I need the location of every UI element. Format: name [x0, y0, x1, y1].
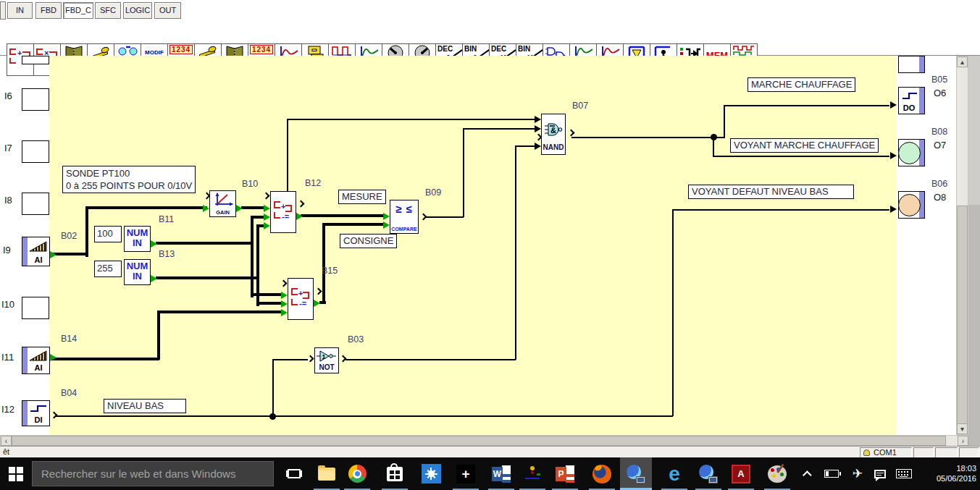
- tab-sfc[interactable]: SFC: [95, 2, 121, 19]
- input-block-i7[interactable]: [22, 140, 49, 163]
- taskbar-word[interactable]: W: [485, 457, 517, 490]
- block-type-label: NOT: [315, 363, 338, 371]
- taskbar-acrobat[interactable]: A: [725, 457, 757, 490]
- taskbar-settings[interactable]: [415, 457, 447, 490]
- taskbar-powerpoint[interactable]: P: [549, 457, 581, 490]
- tray-notifications-button[interactable]: [869, 457, 891, 490]
- num-const-value-b11[interactable]: 100: [94, 226, 122, 242]
- svg-text:-=: -=: [282, 212, 289, 221]
- digital-output-block-o6[interactable]: DO: [898, 87, 925, 114]
- tab-row: IN FBD FBD_C SFC LOGIC OUT: [0, 0, 980, 22]
- taskbar-plc-tool[interactable]: [516, 457, 548, 490]
- connector-arrow: [151, 275, 157, 282]
- num-in-block-b13[interactable]: NUMIN: [124, 259, 151, 285]
- taskbar-millenium[interactable]: [692, 457, 724, 490]
- task-view-button[interactable]: [278, 457, 310, 490]
- taskbar-paint[interactable]: [761, 457, 793, 490]
- horizontal-scrollbar[interactable]: ‹ ›: [0, 435, 968, 447]
- analog-input-block-i9[interactable]: AI: [22, 237, 50, 266]
- com-port-cell: COM1: [860, 447, 912, 457]
- input-block-i6[interactable]: [22, 88, 49, 111]
- file-explorer-icon: [318, 468, 335, 481]
- connector-arrow: [535, 125, 541, 132]
- status-cell: [959, 447, 979, 457]
- tray-battery-button[interactable]: [821, 457, 842, 490]
- wire: [322, 223, 325, 303]
- comment-box-voyant-marche[interactable]: VOYANT MARCHE CHAUFFAGE: [730, 138, 879, 153]
- taskbar-windows-store[interactable]: [379, 457, 411, 490]
- horizontal-scroll-thumb[interactable]: [12, 436, 946, 446]
- input-label: I10: [1, 299, 14, 310]
- gain-block[interactable]: GAIN: [209, 190, 236, 217]
- svg-text:+: +: [281, 202, 285, 211]
- plus-tile-icon: +: [456, 465, 475, 483]
- timer-pulse-icon: [331, 45, 353, 56]
- output-label: O7: [934, 140, 946, 151]
- lamp-output-block-o8[interactable]: [898, 191, 925, 219]
- clock-date: 05/06/2016: [918, 473, 976, 483]
- sum-block-b15[interactable]: + -=: [288, 278, 314, 320]
- num-const-value-b13[interactable]: 255: [94, 261, 122, 277]
- lamp-output-block-o7[interactable]: [898, 139, 925, 166]
- tray-airplane-button[interactable]: ✈: [847, 457, 868, 490]
- taskbar-clock[interactable]: 18:03 05/06/2016: [918, 457, 976, 490]
- compare-glyphs: ≥ ≤: [390, 203, 418, 215]
- block-id-label: B13: [159, 249, 175, 259]
- toolbar-row: + = × = ARCHIVE: [0, 22, 980, 56]
- comment-box-sonde[interactable]: SONDE PT100 0 à 255 POINTS POUR 0/10V: [62, 166, 196, 193]
- start-button[interactable]: [0, 457, 32, 490]
- analog-input-block-i11[interactable]: AI: [22, 347, 50, 374]
- not-block-b03[interactable]: 1 NOT: [314, 347, 339, 373]
- scroll-left-button[interactable]: ‹: [1, 436, 12, 446]
- tab-in[interactable]: IN: [7, 2, 33, 19]
- vertical-scrollbar[interactable]: ▴ ▾: [956, 56, 968, 435]
- comment-box-voyant-defaut[interactable]: VOYANT DEFAUT NIVEAU BAS: [688, 185, 854, 199]
- wire-junction: [711, 134, 717, 140]
- comment-line: SONDE PT100: [66, 167, 192, 179]
- scroll-right-button[interactable]: ›: [958, 436, 968, 446]
- wire: [724, 105, 889, 106]
- output-block-partial[interactable]: [898, 56, 925, 73]
- tray-chevron-button[interactable]: [797, 457, 819, 490]
- wire: [713, 156, 889, 157]
- compare-block-b09[interactable]: ≥ ≤ COMPARE: [390, 200, 419, 234]
- comment-box-mesure[interactable]: MESURE: [338, 190, 386, 204]
- block-id-label: B06: [931, 179, 947, 189]
- connector-arrow: [383, 221, 390, 229]
- tab-fbd-c[interactable]: FBD_C: [63, 2, 93, 19]
- taskbar-firefox[interactable]: [586, 457, 618, 490]
- taskbar-chrome[interactable]: [341, 457, 373, 490]
- output-label: O8: [934, 192, 946, 203]
- input-block-i8[interactable]: [22, 193, 49, 215]
- sum-icon: + -=: [273, 200, 293, 224]
- num-in-block-b11[interactable]: NUMIN: [124, 226, 151, 252]
- scroll-up-button[interactable]: ▴: [957, 56, 968, 67]
- taskbar-file-explorer[interactable]: [311, 457, 343, 490]
- input-block-partial[interactable]: [22, 56, 49, 64]
- wire: [51, 358, 159, 360]
- scroll-down-button[interactable]: ▾: [957, 423, 968, 434]
- input-block-i10[interactable]: [22, 297, 49, 319]
- terminal-stripe: [22, 237, 28, 266]
- status-left-text: êt: [3, 447, 9, 456]
- taskbar-new-tile[interactable]: +: [450, 457, 482, 490]
- comment-box-marche[interactable]: MARCHE CHAUFFAGE: [747, 77, 855, 92]
- search-input[interactable]: [32, 461, 274, 486]
- comment-box-consigne[interactable]: CONSIGNE: [340, 234, 397, 248]
- vertical-scroll-thumb[interactable]: [957, 206, 968, 424]
- plug-icon: [863, 449, 870, 456]
- comment-box-niveau-bas[interactable]: NIVEAU BAS: [104, 399, 186, 413]
- digital-input-block-i12[interactable]: DI: [22, 400, 50, 426]
- fbd-canvas[interactable]: [49, 56, 896, 435]
- taskbar-edge[interactable]: e: [658, 457, 690, 490]
- tray-keyboard-button[interactable]: [893, 457, 915, 490]
- nand-block-b07[interactable]: & NAND: [541, 114, 566, 155]
- tab-logic[interactable]: LOGIC: [123, 2, 152, 19]
- taskbar-millenium-active[interactable]: [620, 457, 652, 490]
- millenium-app-icon: [627, 465, 645, 483]
- block-type-label: GAIN: [210, 209, 235, 216]
- block-id-label: B02: [61, 231, 77, 241]
- tab-fbd[interactable]: FBD: [35, 2, 62, 19]
- sum-block-b12[interactable]: + -=: [270, 191, 296, 233]
- tab-out[interactable]: OUT: [154, 2, 181, 19]
